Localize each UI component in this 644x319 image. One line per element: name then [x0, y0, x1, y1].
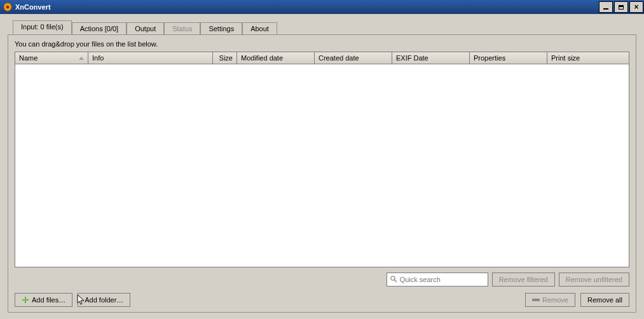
- col-properties[interactable]: Properties: [470, 52, 547, 64]
- tab-output[interactable]: Output: [127, 22, 164, 35]
- titlebar[interactable]: XnConvert ×: [0, 0, 644, 14]
- svg-point-2: [390, 276, 394, 280]
- add-folder-button[interactable]: Add folder…: [78, 293, 130, 307]
- quick-search-input[interactable]: [400, 276, 485, 283]
- grid-header: Name Info Size Modified date Created dat…: [15, 52, 629, 64]
- sort-asc-icon: [79, 57, 84, 60]
- input-panel: You can drag&drop your files on the list…: [8, 34, 636, 313]
- app-icon: [3, 2, 13, 12]
- remove-button[interactable]: Remove: [525, 293, 575, 307]
- add-files-button[interactable]: Add files…: [15, 293, 72, 307]
- quick-search[interactable]: [387, 273, 488, 287]
- remove-filtered-button[interactable]: Remove filtered: [492, 273, 555, 287]
- col-size[interactable]: Size: [213, 52, 237, 64]
- col-modified[interactable]: Modified date: [237, 52, 315, 64]
- plus-icon: [22, 296, 29, 304]
- close-button[interactable]: ×: [629, 1, 643, 13]
- col-print-size[interactable]: Print size: [547, 52, 629, 64]
- grid-body[interactable]: [15, 64, 629, 267]
- col-info[interactable]: Info: [88, 52, 213, 64]
- file-grid[interactable]: Name Info Size Modified date Created dat…: [15, 52, 629, 267]
- tabstrip: Input: 0 file(s) Actions [0/0] Output St…: [8, 20, 636, 34]
- remove-all-button[interactable]: Remove all: [580, 293, 629, 307]
- tab-status[interactable]: Status: [164, 22, 200, 35]
- col-name[interactable]: Name: [15, 52, 88, 64]
- window-title: XnConvert: [15, 3, 51, 11]
- maximize-button[interactable]: [614, 1, 628, 13]
- svg-line-3: [394, 280, 397, 282]
- tab-settings[interactable]: Settings: [200, 22, 242, 35]
- remove-unfiltered-button[interactable]: Remove unfiltered: [559, 273, 629, 287]
- col-exif[interactable]: EXIF Date: [392, 52, 470, 64]
- minus-icon: [532, 299, 540, 301]
- svg-point-1: [6, 6, 10, 9]
- tab-about[interactable]: About: [242, 22, 277, 35]
- col-created[interactable]: Created date: [315, 52, 392, 64]
- drag-drop-hint: You can drag&drop your files on the list…: [15, 40, 629, 48]
- minimize-button[interactable]: [599, 1, 613, 13]
- tab-actions[interactable]: Actions [0/0]: [72, 22, 127, 35]
- tab-input[interactable]: Input: 0 file(s): [13, 20, 72, 34]
- search-icon: [390, 275, 397, 285]
